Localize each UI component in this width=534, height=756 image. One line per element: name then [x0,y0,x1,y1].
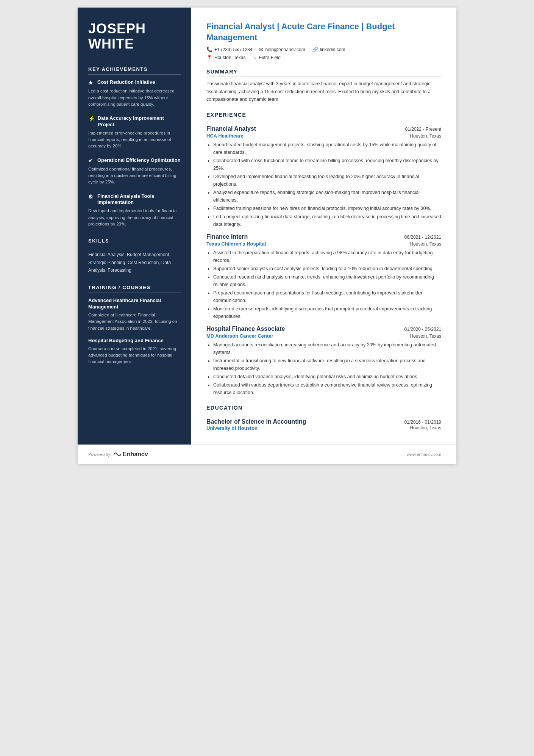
resume-body: JOSEPHWHITE KEY ACHIEVEMENTS ★ Cost Redu… [78,8,456,445]
email-icon: ✉ [259,47,263,52]
skills-text: Financial Analysis, Budget Management, S… [88,251,181,274]
bullet-item: Spearheaded budget management projects, … [213,141,441,156]
training-desc: Coursera course completed in 2021, cover… [88,346,181,365]
contact-extra: ☆ Extra Field [253,55,281,60]
job-company-row: Texas Children's Hospital Houston, Texas [206,241,441,247]
edu-location: Houston, Texas [410,425,442,431]
phone-icon: 📞 [206,47,212,52]
star-outline-icon: ☆ [253,55,257,60]
bullet-item: Instrumental in transitioning to new fin… [213,357,441,372]
linkedin-icon: 🔗 [312,47,318,52]
job-company: MD Anderson Cancer Center [206,333,273,339]
edu-degree: Bachelor of Science in Accounting [206,418,306,425]
footer: Powered by Enhancv www.enhancv.com [78,445,456,464]
achievement-desc: Implemented error-checking procedures in… [88,130,181,150]
contact-email: ✉ help@enhancv.com [259,47,305,52]
bullet-item: Monitored expense reports, identifying d… [213,305,441,320]
candidate-name: JOSEPHWHITE [88,21,181,51]
edu-school-row: University of Houston Houston, Texas [206,425,441,431]
bullet-item: Supported senior analysts in cost analys… [213,265,441,272]
job-title: Financial Analyst [206,125,256,132]
summary-text: Passionate financial analyst with 3 year… [206,80,441,103]
education-section-title: EDUCATION [206,405,441,413]
gear-icon: ⚙ [88,193,94,200]
sidebar: JOSEPHWHITE KEY ACHIEVEMENTS ★ Cost Redu… [78,8,191,445]
job-entry: Finance Intern 06/2021 - 12/2021 Texas C… [206,233,441,320]
contact-linkedin: 🔗 linkedin.com [312,47,345,52]
powered-by-text: Powered by [88,452,110,457]
achievement-title: ✔ Operational Efficiency Optimization [88,157,181,164]
headline: Financial Analyst | Acute Care Finance |… [206,21,441,43]
job-title: Hospital Finance Associate [206,326,285,332]
enhancv-logo: Enhancv [113,451,148,458]
job-location: Houston, Texas [410,241,442,247]
achievements-section-title: KEY ACHIEVEMENTS [88,66,181,75]
job-location: Houston, Texas [410,333,442,339]
edu-school: University of Houston [206,425,258,431]
job-company: Texas Children's Hospital [206,241,266,247]
contact-row-2: 📍 Houston, Texas ☆ Extra Field [206,55,441,60]
achievement-item: ⚙ Financial Analysis Tools Implementatio… [88,193,181,228]
achievement-title: ⚡ Data Accuracy Improvement Project [88,115,181,128]
training-title: Advanced Healthcare Financial Management [88,297,181,310]
footer-left: Powered by Enhancv [88,451,148,458]
achievement-item: ✔ Operational Efficiency Optimization Op… [88,157,181,186]
bullet-item: Prepared documentation and presentations… [213,289,441,304]
contact-location: 📍 Houston, Texas [206,55,246,60]
job-title: Finance Intern [206,233,248,240]
lightning-icon: ⚡ [88,115,95,122]
footer-website: www.enhancv.com [407,452,441,457]
job-header: Hospital Finance Associate 01/2020 - 05/… [206,326,441,332]
achievement-desc: Developed and implemented tools for fina… [88,208,181,227]
main-content: Financial Analyst | Acute Care Finance |… [191,8,456,445]
achievement-item: ★ Cost Reduction Initiative Led a cost r… [88,79,181,108]
bullet-item: Analyzed expenditure reports, enabling s… [213,189,441,204]
job-location: Houston, Texas [410,133,442,139]
bullet-item: Collaborated with cross-functional teams… [213,157,441,172]
job-dates: 06/2021 - 12/2021 [404,235,441,240]
training-desc: Completed at Healthcare Financial Manage… [88,312,181,332]
job-company: HCA Healthcare [206,133,244,139]
bullet-item: Managed accounts reconciliation, increas… [213,341,441,356]
bullet-item: Led a project optimizing financial data … [213,213,441,228]
bullet-item: Conducted detailed variance analysis, id… [213,373,441,380]
job-bullets: Assisted in the preparation of financial… [206,249,441,320]
training-title: Hospital Budgeting and Finance [88,338,181,344]
bullet-item: Collaborated with various departments to… [213,381,441,396]
bullet-item: Facilitated training sessions for new hi… [213,205,441,212]
job-dates: 01/2020 - 05/2021 [404,327,441,332]
summary-section-title: SUMMARY [206,69,441,77]
star-icon: ★ [88,79,94,86]
job-bullets: Managed accounts reconciliation, increas… [206,341,441,396]
job-dates: 01/2022 - Present [405,127,441,132]
edu-header: Bachelor of Science in Accounting 01/201… [206,418,441,425]
bullet-item: Conducted research and analysis on marke… [213,273,441,288]
skills-section-title: SKILLS [88,238,181,246]
location-icon: 📍 [206,55,212,60]
achievement-title: ★ Cost Reduction Initiative [88,79,181,86]
checkmark-icon: ✔ [88,157,94,164]
training-section-title: TRAINING / COURSES [88,285,181,293]
resume-wrapper: JOSEPHWHITE KEY ACHIEVEMENTS ★ Cost Redu… [78,8,456,464]
bullet-item: Developed and implemented financial fore… [213,173,441,188]
training-item: Advanced Healthcare Financial Management… [88,297,181,332]
job-company-row: HCA Healthcare Houston, Texas [206,133,441,139]
bullet-item: Assisted in the preparation of financial… [213,249,441,264]
achievement-item: ⚡ Data Accuracy Improvement Project Impl… [88,115,181,150]
achievement-desc: Optimized operational financial procedur… [88,166,181,186]
job-bullets: Spearheaded budget management projects, … [206,141,441,228]
job-header: Finance Intern 06/2021 - 12/2021 [206,233,441,240]
job-header: Financial Analyst 01/2022 - Present [206,125,441,132]
job-entry: Financial Analyst 01/2022 - Present HCA … [206,125,441,228]
edu-dates: 01/2016 - 01/2019 [404,419,441,425]
achievement-title: ⚙ Financial Analysis Tools Implementatio… [88,193,181,206]
achievement-desc: Led a cost reduction initiative that dec… [88,88,181,108]
job-entry: Hospital Finance Associate 01/2020 - 05/… [206,326,441,396]
contact-row: 📞 +1-(234)-555-1234 ✉ help@enhancv.com 🔗… [206,47,441,52]
contact-phone: 📞 +1-(234)-555-1234 [206,47,252,52]
experience-section-title: EXPERIENCE [206,112,441,120]
training-item: Hospital Budgeting and Finance Coursera … [88,338,181,365]
job-company-row: MD Anderson Cancer Center Houston, Texas [206,333,441,339]
